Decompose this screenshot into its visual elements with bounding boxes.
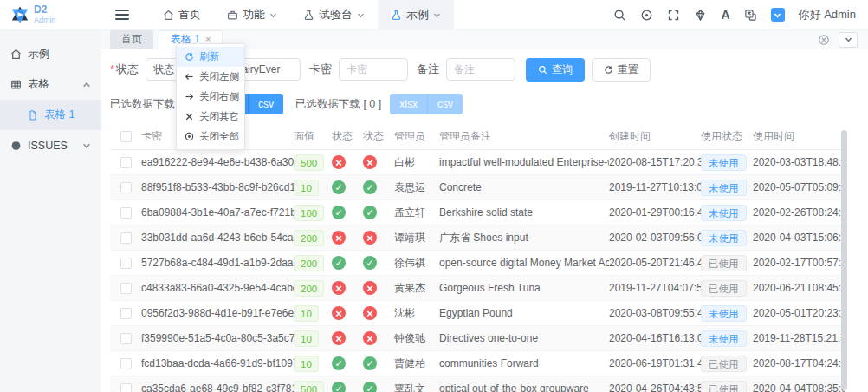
cell-used: 2020-04-04T08:35:08... — [753, 382, 845, 392]
github-icon — [10, 140, 22, 151]
status-icon — [332, 356, 346, 370]
value-badge: 10 — [294, 330, 319, 347]
cell-created: 2020-03-08T09:55:43... — [609, 307, 701, 319]
row-checkbox[interactable] — [120, 182, 132, 193]
vertical-scrollbar[interactable] — [841, 130, 847, 390]
cell-admin: 白彬 — [394, 155, 439, 170]
header-tools: A 你好 Admin — [613, 7, 868, 23]
cell-admin-remark: Egyptian Pound — [439, 307, 609, 319]
cell-created: 2020-05-20T21:46:45... — [609, 257, 701, 269]
value-badge: 500 — [294, 154, 324, 171]
value-badge: 200 — [294, 230, 324, 246]
menu-item-refresh[interactable]: 刷新 — [177, 47, 244, 67]
cell-admin: 黄果杰 — [394, 281, 439, 296]
reset-button[interactable]: 重置 — [592, 58, 651, 82]
select-all-checkbox[interactable] — [120, 131, 132, 142]
search-icon[interactable] — [613, 9, 626, 22]
sidebar-item-table-1[interactable]: 表格 1 — [0, 100, 101, 130]
tab-options-button[interactable] — [839, 32, 858, 48]
arrow-right-icon — [185, 92, 194, 101]
flask-icon — [303, 10, 314, 21]
refresh-icon — [185, 52, 194, 62]
cell-admin-remark: Concrete — [439, 181, 609, 193]
color-swatch-icon[interactable] — [771, 8, 785, 22]
kami-input[interactable]: 卡密 — [339, 58, 408, 81]
cell-admin: 覃乱文 — [394, 382, 439, 392]
download-csv-button[interactable]: csv — [248, 94, 283, 114]
cell-kami: ea916222-8e94-4e6e-b438-6a3096280f19 — [141, 156, 294, 168]
value-badge: 200 — [294, 280, 324, 297]
remark-input[interactable]: 备注 — [446, 58, 515, 81]
status-icon — [332, 180, 346, 194]
cell-created: 2019-11-27T04:07:50... — [609, 282, 701, 294]
translate-icon[interactable] — [744, 9, 757, 22]
menu-item-close-others[interactable]: 关闭其它 — [177, 107, 244, 127]
cell-kami: 88f951f8-b533-43bb-8c9f-b26cd18f0a25 — [141, 181, 294, 193]
nav-item-features[interactable]: 功能 — [214, 0, 290, 30]
sidebar-item-issues[interactable]: ISSUES — [0, 130, 101, 160]
row-checkbox[interactable] — [120, 383, 132, 392]
status-icon — [363, 331, 377, 345]
col-admin-remark: 管理员备注 — [439, 129, 609, 144]
search-button[interactable]: 查询 — [526, 58, 585, 82]
cell-kami: 5727b68a-c484-49d1-a1b9-2daa8d02bfa3 — [141, 257, 294, 269]
flask-icon — [391, 10, 402, 21]
row-checkbox[interactable] — [120, 232, 132, 244]
row-checkbox[interactable] — [120, 258, 132, 269]
table-row: 0956f2d3-988d-4d1e-b91f-e7e6e4d64127 10 … — [110, 301, 845, 326]
toolbox-icon — [227, 10, 238, 21]
status-icon — [332, 155, 346, 169]
arrow-left-icon — [185, 72, 194, 82]
cell-kami: c4833a83-66a0-4325-9e54-4cabd8d2b58e — [141, 282, 294, 294]
table-row: 6ba09884-3b1e-40a7-a7ec-f721b946343c 100… — [110, 200, 845, 225]
table-row: c4833a83-66a0-4325-9e54-4cabd8d2b58e 200… — [110, 276, 845, 301]
nav-item-playground[interactable]: 试验台 — [290, 0, 378, 30]
use-status-badge: 未使用 — [701, 154, 747, 171]
status-icon — [363, 281, 377, 295]
menu-item-close-right[interactable]: 关闭右侧 — [177, 87, 244, 107]
chevron-down-icon — [845, 36, 852, 43]
cell-admin: 谭靖琪 — [394, 231, 439, 245]
cell-admin: 沈彬 — [394, 306, 439, 321]
menu-toggle-icon[interactable] — [115, 10, 129, 20]
status-icon — [363, 155, 377, 169]
font-size-icon[interactable]: A — [721, 8, 729, 22]
cell-admin: 钟俊驰 — [394, 331, 439, 346]
row-checkbox[interactable] — [120, 308, 132, 319]
fullscreen-icon[interactable] — [667, 9, 680, 22]
cell-admin-remark: Directives one-to-one — [439, 332, 609, 344]
download-xlsx-button-disabled[interactable]: xlsx — [390, 94, 427, 114]
tab-home[interactable]: 首页 — [110, 30, 153, 49]
cell-used: 2019-11-28T15:21:50... — [753, 332, 845, 344]
download-csv-button-disabled[interactable]: csv — [427, 94, 463, 114]
row-checkbox[interactable] — [120, 333, 132, 344]
sidebar-item-demo[interactable]: 示例 — [0, 39, 101, 69]
table-icon — [10, 79, 22, 90]
cell-used: 2020-02-17T00:57:28... — [753, 257, 845, 269]
menu-item-close-all[interactable]: 关闭全部 — [177, 127, 244, 147]
col-used: 使用时间 — [753, 129, 845, 144]
menu-item-close-left[interactable]: 关闭左侧 — [177, 67, 244, 87]
theme-icon[interactable] — [694, 9, 707, 22]
sidebar-item-table[interactable]: 表格 — [0, 69, 101, 100]
chevron-down-icon — [269, 11, 277, 19]
close-all-tabs-icon[interactable] — [818, 34, 830, 46]
cell-created: 2020-06-19T01:31:47... — [609, 357, 701, 369]
cell-admin-remark: Gorgeous Fresh Tuna — [439, 282, 609, 294]
chevron-down-icon — [357, 11, 365, 19]
user-greeting[interactable]: 你好 Admin — [799, 7, 856, 23]
table-row: 33b031dd-aa6d-4243-b6eb-54ca3721bc7c 200… — [110, 225, 845, 251]
use-status-badge: 已使用 — [701, 356, 747, 372]
row-checkbox[interactable] — [120, 283, 132, 294]
nav-item-demo[interactable]: 示例 — [378, 0, 454, 30]
table-row: f359990e-51a5-4c0a-80c5-3a5c70e5f014 10 … — [110, 326, 845, 351]
nav-item-home[interactable]: 首页 — [150, 0, 214, 30]
row-checkbox[interactable] — [120, 207, 132, 219]
status-label: *状态 — [110, 62, 139, 77]
row-checkbox[interactable] — [120, 157, 132, 168]
cell-admin: 袁思运 — [394, 180, 439, 195]
row-checkbox[interactable] — [120, 358, 132, 369]
status-icon — [363, 306, 377, 320]
target-icon[interactable] — [640, 9, 653, 22]
use-status-badge: 未使用 — [701, 230, 747, 246]
